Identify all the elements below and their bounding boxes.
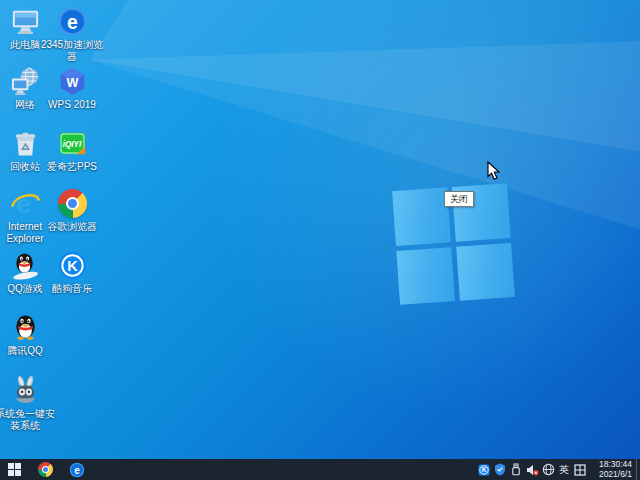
kugou-music-icon: K (57, 250, 88, 281)
desktop-icon-label: QQ游戏 (7, 283, 43, 295)
2345-browser-icon: e (57, 6, 88, 37)
desktop-icon-google-chrome[interactable]: 谷歌浏览器 (39, 188, 105, 233)
svg-text:e: e (16, 189, 31, 219)
desktop-icon-label: 此电脑 (10, 39, 40, 51)
svg-text:e: e (74, 464, 80, 475)
svg-text:e: e (67, 11, 78, 33)
network-globe-icon[interactable] (540, 459, 556, 480)
system-rabbit-installer-icon (10, 375, 41, 406)
internet-explorer-icon: e (10, 188, 41, 219)
this-pc-icon (10, 6, 41, 37)
windows-logo-pane (396, 247, 455, 305)
tencent-qq-icon (10, 312, 41, 343)
usb-device-icon[interactable] (508, 459, 524, 480)
desktop-icon-iqiyi-pps[interactable]: iQIYI 爱奇艺PPS (39, 128, 105, 173)
kugou-tray-icon[interactable]: K (476, 459, 492, 480)
iqiyi-pps-icon: iQIYI (57, 128, 88, 159)
desktop-icon-label: 酷狗音乐 (52, 283, 92, 295)
google-chrome-icon (57, 188, 88, 219)
taskbar-left: e (0, 459, 91, 480)
taskbar-chrome-button[interactable] (31, 459, 60, 480)
svg-text:K: K (67, 258, 78, 274)
wps-2019-icon: W (57, 66, 88, 97)
language-indicator[interactable]: 英 (556, 459, 572, 480)
desktop-icon-2345-browser[interactable]: e 2345加速浏览器 (39, 6, 105, 63)
speaker-muted-icon[interactable] (524, 459, 540, 480)
chrome-taskbar-icon (38, 462, 53, 477)
system-tray: K (476, 459, 640, 480)
svg-text:iQIYI: iQIYI (62, 140, 81, 149)
desktop-icon-label: 爱奇艺PPS (47, 161, 97, 173)
windows-start-icon (8, 463, 21, 476)
svg-text:K: K (482, 466, 487, 473)
desktop-icon-label: 2345加速浏览器 (39, 39, 105, 63)
desktop-icon-label: 腾讯QQ (7, 345, 43, 357)
svg-text:W: W (66, 76, 78, 90)
desktop-wallpaper: 此电脑 e 2345加速浏览器 (0, 0, 640, 459)
desktop-icon-label: 回收站 (10, 161, 40, 173)
clock-date: 2021/6/1 (590, 470, 632, 480)
close-tooltip: 关闭 (444, 191, 474, 207)
taskbar-clock[interactable]: 18:30:44 2021/6/1 (590, 460, 636, 479)
desktop-icon-system-rabbit-installer[interactable]: 系统兔一键安装系统 (0, 375, 58, 432)
desktop-icon-label: WPS 2019 (48, 99, 96, 111)
desktop-icon-kugou-music[interactable]: K 酷狗音乐 (39, 250, 105, 295)
desktop-icon-label: 系统兔一键安装系统 (0, 408, 58, 432)
desktop-icon-tencent-qq[interactable]: 腾讯QQ (0, 312, 58, 357)
windows-logo-pane (392, 187, 451, 245)
desktop-icon-label: 谷歌浏览器 (47, 221, 97, 233)
windows-desktop-screen: 此电脑 e 2345加速浏览器 (0, 0, 640, 480)
desktop-icon-label: 网络 (15, 99, 35, 111)
qq-games-icon (10, 250, 41, 281)
ime-grid-icon[interactable] (572, 459, 588, 480)
security-shield-icon[interactable] (492, 459, 508, 480)
show-desktop-button[interactable] (636, 459, 640, 480)
taskbar: e K (0, 459, 640, 480)
recycle-bin-icon (10, 128, 41, 159)
network-icon (10, 66, 41, 97)
2345-browser-taskbar-icon: e (69, 462, 85, 478)
desktop-icon-wps-2019[interactable]: W WPS 2019 (39, 66, 105, 111)
start-button[interactable] (0, 459, 29, 480)
taskbar-2345-browser-button[interactable]: e (62, 459, 91, 480)
windows-logo-pane (456, 242, 515, 300)
mouse-cursor (487, 161, 501, 185)
